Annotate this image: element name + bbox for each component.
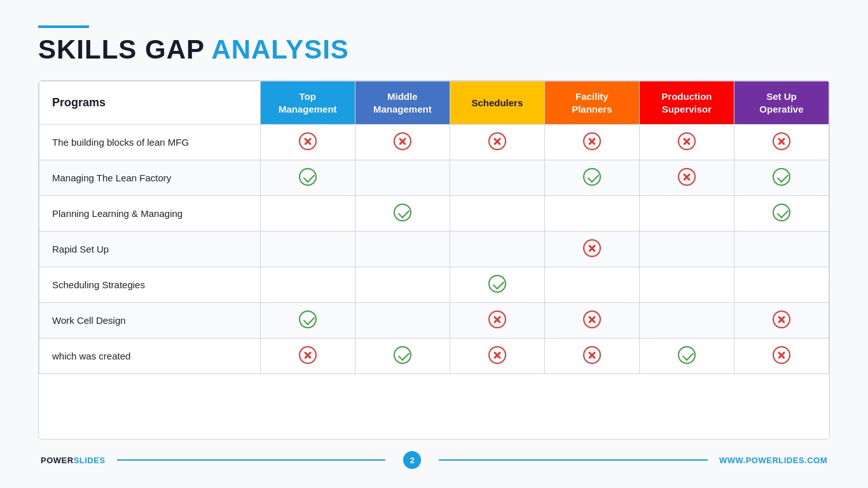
icon-cell-top_mgmt [260,125,355,160]
x-icon [488,310,506,328]
x-icon [773,346,790,364]
program-name: The building blocks of lean MFG [39,125,261,160]
x-icon [583,346,601,364]
icon-cell-top_mgmt [260,338,355,374]
icon-cell-setup [734,160,829,196]
icon-cell-setup [734,125,829,160]
page-container: SKILLS GAP ANALYSIS Programs TopManageme… [0,0,868,488]
icon-cell-schedulers [450,303,544,338]
check-icon [299,310,317,328]
icon-cell-facility [544,196,639,232]
check-icon [299,168,317,186]
footer-website: WWW.POWERLIDES.COM [719,456,827,465]
title-accent-bar [38,25,89,28]
title-black: SKILLS GAP [38,34,211,64]
x-icon [773,310,790,328]
footer-brand: POWERSLIDES [41,456,106,465]
x-icon [299,346,317,364]
schedulers-header: Schedulers [450,81,544,125]
icon-cell-top_mgmt [260,196,355,232]
x-icon [299,132,317,150]
icon-cell-facility [544,160,639,196]
icon-cell-facility [544,125,639,160]
icon-cell-top_mgmt [260,267,355,303]
icon-cell-facility [544,232,639,267]
table-row: Managing The Lean Factory [39,160,829,196]
check-icon [488,275,506,293]
check-icon [583,168,601,186]
x-icon [583,239,601,257]
table-row: The building blocks of lean MFG [39,125,829,160]
setup-operative-header: Set UpOperative [734,81,829,125]
icon-cell-middle_mgmt [355,160,450,196]
icon-cell-middle_mgmt [355,196,450,232]
brand-slides: SLIDES [74,456,106,465]
footer-line-right [439,459,708,461]
brand-power: POWER [41,456,74,465]
page-number: 2 [403,451,421,469]
title-section: SKILLS GAP ANALYSIS [38,25,830,65]
production-supervisor-header: ProductionSupervisor [639,81,734,125]
programs-header: Programs [39,81,261,125]
icon-cell-schedulers [450,196,544,232]
page-title: SKILLS GAP ANALYSIS [38,34,830,65]
middle-management-header: MiddleManagement [355,81,450,125]
icon-cell-middle_mgmt [355,125,450,160]
icon-cell-facility [544,303,639,338]
x-icon [394,132,411,150]
icon-cell-production [639,303,734,338]
footer-line-left [117,459,386,461]
top-management-header: TopManagement [260,81,355,125]
icon-cell-middle_mgmt [355,232,450,267]
icon-cell-setup [734,196,829,232]
icon-cell-production [639,338,734,374]
x-icon [488,132,506,150]
icon-cell-setup [734,338,829,374]
program-name: Scheduling Strategies [39,267,261,303]
icon-cell-facility [544,267,639,303]
table-header-row: Programs TopManagement MiddleManagement … [39,81,829,125]
table-body: The building blocks of lean MFGManaging … [39,125,829,374]
check-icon [678,346,696,364]
icon-cell-production [639,232,734,267]
check-icon [773,204,790,221]
title-blue: ANALYSIS [211,34,349,64]
x-icon [583,132,601,150]
table-row: Scheduling Strategies [39,267,829,303]
icon-cell-top_mgmt [260,232,355,267]
table-row: which was created [39,338,829,374]
table-wrapper: Programs TopManagement MiddleManagement … [38,80,830,440]
table-row: Rapid Set Up [39,232,829,267]
table-row: Planning Learning & Managing [39,196,829,232]
icon-cell-schedulers [450,338,544,374]
icon-cell-setup [734,232,829,267]
icon-cell-setup [734,267,829,303]
icon-cell-production [639,196,734,232]
icon-cell-schedulers [450,125,544,160]
x-icon [678,132,696,150]
facility-planners-header: FacilityPlanners [544,81,639,125]
check-icon [394,204,411,221]
icon-cell-setup [734,303,829,338]
icon-cell-top_mgmt [260,160,355,196]
program-name: Planning Learning & Managing [39,196,261,232]
x-icon [488,346,506,364]
icon-cell-middle_mgmt [355,338,450,374]
x-icon [583,310,601,328]
icon-cell-production [639,160,734,196]
icon-cell-schedulers [450,160,544,196]
program-name: Work Cell Design [39,303,261,338]
icon-cell-middle_mgmt [355,267,450,303]
icon-cell-schedulers [450,267,544,303]
x-icon [678,168,696,186]
icon-cell-production [639,267,734,303]
x-icon [773,132,790,150]
footer: POWERSLIDES 2 WWW.POWERLIDES.COM [38,451,830,469]
icon-cell-top_mgmt [260,303,355,338]
program-name: Rapid Set Up [39,232,261,267]
icon-cell-schedulers [450,232,544,267]
check-icon [773,168,790,186]
icon-cell-production [639,125,734,160]
program-name: Managing The Lean Factory [39,160,261,196]
program-name: which was created [39,338,261,374]
